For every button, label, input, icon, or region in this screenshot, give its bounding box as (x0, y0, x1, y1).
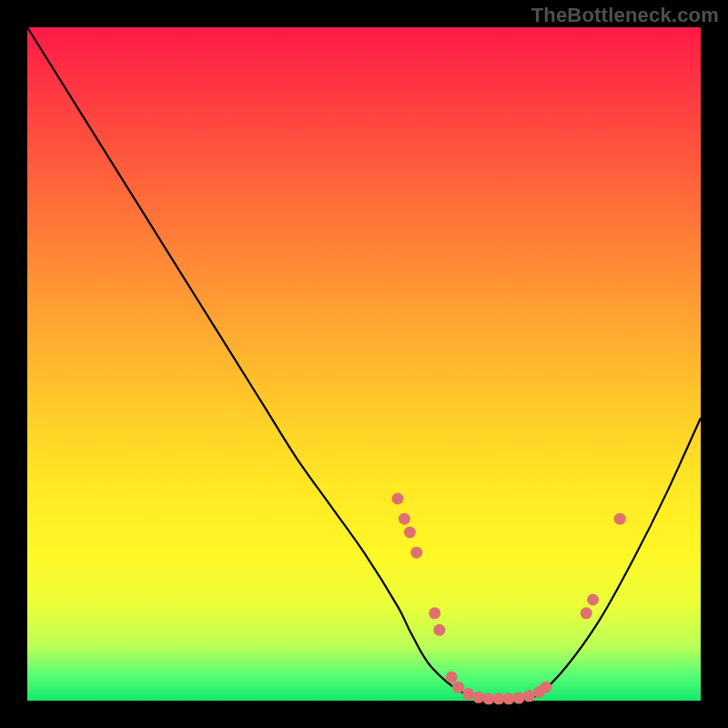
data-point (399, 513, 410, 525)
data-point (493, 693, 505, 704)
data-point (452, 682, 464, 693)
data-point (513, 693, 525, 704)
plot-area (27, 27, 701, 701)
data-point (503, 693, 515, 704)
data-points-group (392, 493, 626, 705)
chart-frame: TheBottleneck.com (0, 0, 728, 728)
data-point (392, 493, 404, 505)
data-point (429, 607, 440, 619)
data-point (523, 690, 535, 702)
data-point (410, 547, 422, 559)
data-point (462, 688, 474, 700)
bottleneck-curve (27, 27, 701, 702)
data-point (404, 527, 416, 539)
data-point (587, 594, 599, 606)
data-point (446, 672, 458, 683)
data-point (540, 682, 551, 693)
data-point (614, 513, 626, 525)
data-point (472, 692, 484, 703)
curve-layer (27, 27, 701, 701)
data-point (482, 693, 494, 704)
data-point (581, 607, 592, 619)
data-point (433, 624, 445, 636)
watermark-text: TheBottleneck.com (531, 4, 719, 27)
